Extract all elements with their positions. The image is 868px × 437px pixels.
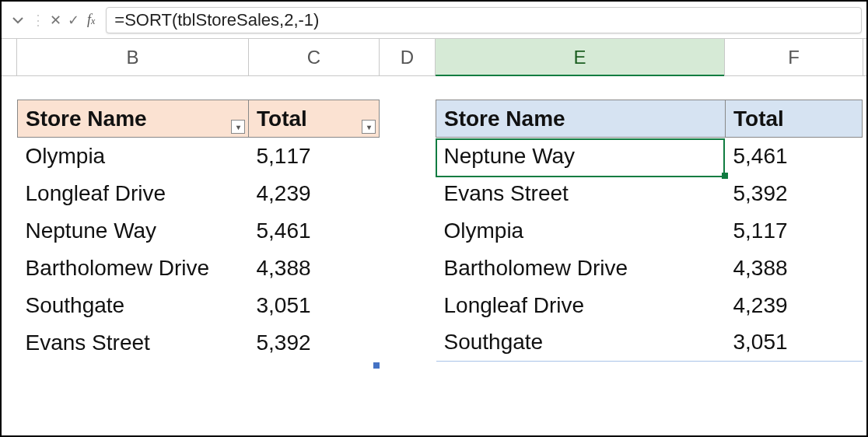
cell-total[interactable]: 5,117 bbox=[249, 138, 380, 175]
cell-total[interactable]: 5,461 bbox=[726, 138, 863, 175]
table-header-row: Store Name Total bbox=[436, 100, 863, 138]
cell-store[interactable]: Evans Street bbox=[436, 175, 726, 212]
cell-total[interactable]: 4,388 bbox=[726, 250, 863, 287]
cell-total[interactable]: 4,239 bbox=[249, 175, 380, 212]
fill-handle[interactable] bbox=[722, 173, 728, 179]
col-header-C[interactable]: C bbox=[249, 39, 380, 75]
filter-dropdown-icon[interactable]: ▾ bbox=[362, 120, 376, 134]
col-header-F[interactable]: F bbox=[725, 39, 863, 75]
header-store-name[interactable]: Store Name bbox=[436, 100, 726, 138]
cell-store[interactable]: Southgate bbox=[436, 324, 726, 362]
col-header-D[interactable]: D bbox=[380, 39, 436, 75]
cell-store[interactable]: Bartholomew Drive bbox=[18, 250, 249, 287]
name-box-dropdown[interactable] bbox=[6, 16, 30, 24]
fx-icon[interactable]: fx bbox=[82, 12, 100, 28]
header-total[interactable]: Total bbox=[726, 100, 863, 138]
header-label: Total bbox=[257, 107, 307, 131]
header-label: Store Name bbox=[444, 107, 565, 131]
table-row[interactable]: Bartholomew Drive4,388 bbox=[18, 250, 380, 287]
cell-total[interactable]: 5,117 bbox=[726, 212, 863, 250]
filter-dropdown-icon[interactable]: ▾ bbox=[231, 120, 245, 134]
cell-total[interactable]: 4,239 bbox=[726, 287, 863, 324]
table-row[interactable]: Longleaf Drive4,239 bbox=[18, 175, 380, 212]
enter-icon[interactable]: ✓ bbox=[65, 13, 82, 27]
header-label: Total bbox=[733, 107, 784, 131]
table-row[interactable]: Bartholomew Drive4,388 bbox=[436, 250, 863, 287]
cell-total[interactable]: 5,392 bbox=[249, 324, 380, 362]
table-row[interactable]: Evans Street5,392 bbox=[436, 175, 863, 212]
cell-total[interactable]: 3,051 bbox=[249, 287, 380, 324]
cell-store[interactable]: Evans Street bbox=[18, 324, 249, 362]
cell-store[interactable]: Longleaf Drive bbox=[18, 175, 249, 212]
chevron-down-icon bbox=[12, 16, 23, 24]
formula-input[interactable] bbox=[106, 7, 862, 33]
cell-store[interactable]: Neptune Way bbox=[18, 212, 249, 250]
cell-total[interactable]: 4,388 bbox=[249, 250, 380, 287]
col-header-edge[interactable] bbox=[2, 39, 17, 75]
cell-store[interactable]: Longleaf Drive bbox=[436, 287, 726, 324]
col-header-E[interactable]: E bbox=[436, 39, 725, 75]
cell-store[interactable]: Bartholomew Drive bbox=[436, 250, 726, 287]
spreadsheet-grid[interactable]: B C D E F Store Name ▾ Total ▾ Olympia5,… bbox=[2, 39, 866, 435]
header-store-name[interactable]: Store Name ▾ bbox=[18, 100, 249, 138]
table-header-row: Store Name ▾ Total ▾ bbox=[18, 100, 380, 138]
sheet-body[interactable]: Store Name ▾ Total ▾ Olympia5,117 Longle… bbox=[2, 76, 866, 435]
cell-store[interactable]: Olympia bbox=[436, 212, 726, 250]
col-header-B[interactable]: B bbox=[17, 39, 249, 75]
table-row[interactable]: Longleaf Drive4,239 bbox=[436, 287, 863, 324]
cell-total[interactable]: 5,392 bbox=[726, 175, 863, 212]
table-row[interactable]: Evans Street5,392 bbox=[18, 324, 380, 362]
table-row[interactable]: Southgate3,051 bbox=[18, 287, 380, 324]
column-headers: B C D E F bbox=[2, 39, 866, 76]
formula-bar: ⋮ ✕ ✓ fx bbox=[2, 2, 866, 39]
table-source: Store Name ▾ Total ▾ Olympia5,117 Longle… bbox=[17, 100, 380, 362]
table-resize-handle[interactable] bbox=[373, 362, 380, 369]
cell-store[interactable]: Olympia bbox=[18, 138, 249, 175]
table-sorted-result: Store Name Total Neptune Way5,461 Evans … bbox=[436, 100, 863, 362]
table-row[interactable]: Neptune Way5,461 bbox=[18, 212, 380, 250]
cell-store[interactable]: Southgate bbox=[18, 287, 249, 324]
cell-store[interactable]: Neptune Way bbox=[436, 138, 726, 175]
table-row[interactable]: Olympia5,117 bbox=[436, 212, 863, 250]
header-label: Store Name bbox=[26, 107, 147, 131]
cancel-icon[interactable]: ✕ bbox=[47, 13, 65, 27]
cell-total[interactable]: 5,461 bbox=[249, 212, 380, 250]
table-row[interactable]: Southgate3,051 bbox=[436, 324, 863, 362]
separator: ⋮ bbox=[30, 12, 47, 29]
cell-total[interactable]: 3,051 bbox=[726, 324, 863, 362]
table-row[interactable]: Neptune Way5,461 bbox=[436, 138, 863, 175]
header-total[interactable]: Total ▾ bbox=[249, 100, 380, 138]
table-row[interactable]: Olympia5,117 bbox=[18, 138, 380, 175]
